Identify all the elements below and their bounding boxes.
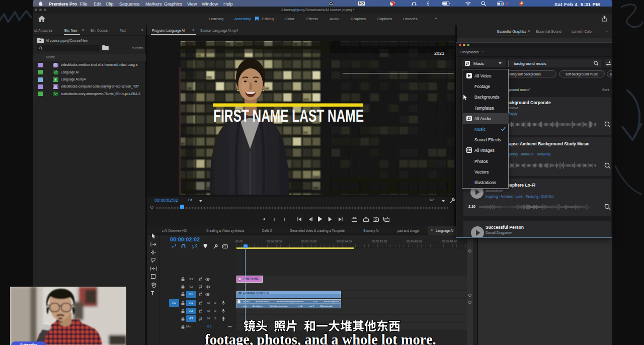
svg-text:HD: HD — [359, 2, 364, 5]
svg-text:2023: 2023 — [434, 51, 444, 56]
svg-text:FIRST NAME LAST NAME: FIRST NAME LAST NAME — [213, 106, 364, 125]
